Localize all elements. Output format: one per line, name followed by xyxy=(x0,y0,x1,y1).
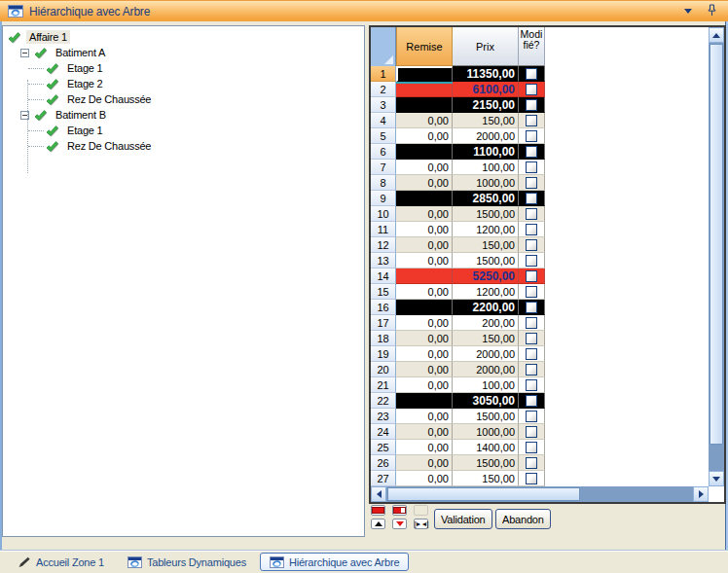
row-header[interactable]: 27 xyxy=(371,471,396,486)
modified-checkbox[interactable] xyxy=(526,99,537,111)
grid-corner-header[interactable] xyxy=(371,27,396,66)
remise-cell[interactable]: 0,00 xyxy=(396,160,453,175)
prix-cell[interactable]: 1500,00 xyxy=(453,455,519,471)
remise-cell[interactable] xyxy=(396,300,453,315)
remise-cell[interactable]: 0,00 xyxy=(396,237,453,253)
modified-checkbox[interactable] xyxy=(526,302,537,313)
tree-node[interactable]: Rez De Chaussée xyxy=(3,91,364,107)
modified-checkbox[interactable] xyxy=(526,317,537,329)
remise-cell[interactable] xyxy=(396,66,453,82)
row-header[interactable]: 22 xyxy=(371,393,396,409)
remise-cell[interactable]: 0,00 xyxy=(396,222,453,237)
tab-hi-rarchique-avec-arbre[interactable]: Hiérarchique avec Arbre xyxy=(260,553,409,571)
prix-cell[interactable]: 200,00 xyxy=(453,315,519,331)
modified-checkbox[interactable] xyxy=(526,426,537,438)
modified-checkbox[interactable] xyxy=(526,348,537,360)
modified-checkbox[interactable] xyxy=(526,395,537,407)
row-header[interactable]: 15 xyxy=(371,284,396,300)
prix-cell[interactable]: 2150,00 xyxy=(453,97,519,113)
row-header[interactable]: 20 xyxy=(371,362,396,377)
tree-node[interactable]: Etage 2 xyxy=(3,76,364,91)
remise-cell[interactable]: 0,00 xyxy=(396,331,453,346)
chevron-down-icon[interactable] xyxy=(684,9,692,14)
prix-cell[interactable]: 1100,00 xyxy=(453,144,519,160)
remise-cell[interactable]: 0,00 xyxy=(396,346,453,362)
prix-cell[interactable]: 100,00 xyxy=(453,377,519,393)
row-header[interactable]: 16 xyxy=(371,300,396,315)
horizontal-scroll-thumb[interactable] xyxy=(387,487,580,501)
row-header[interactable]: 8 xyxy=(371,175,396,191)
row-header[interactable]: 25 xyxy=(371,440,396,455)
tab-accueil-zone-1[interactable]: Accueil Zone 1 xyxy=(8,553,114,571)
remise-cell[interactable] xyxy=(396,82,453,97)
row-header[interactable]: 3 xyxy=(371,97,396,113)
prix-cell[interactable]: 3050,00 xyxy=(453,393,519,409)
tree-node[interactable]: Rez De Chaussée xyxy=(3,138,364,154)
remise-cell[interactable] xyxy=(396,191,453,206)
modified-checkbox[interactable] xyxy=(526,208,537,220)
tree-node-label[interactable]: Etage 2 xyxy=(64,77,106,90)
tree-node-label[interactable]: Rez De Chaussée xyxy=(64,92,154,106)
row-header[interactable]: 11 xyxy=(371,222,396,237)
modified-checkbox[interactable] xyxy=(526,115,537,126)
scroll-left-button[interactable] xyxy=(371,486,386,502)
prix-cell[interactable]: 2000,00 xyxy=(453,362,519,377)
tree-view[interactable]: Affaire 1Batiment AEtage 1Etage 2Rez De … xyxy=(2,25,365,537)
row-header[interactable]: 19 xyxy=(371,346,396,362)
titlebar[interactable]: Hiérarchique avec Arbre xyxy=(0,0,728,21)
vertical-scrollbar[interactable] xyxy=(709,27,724,486)
row-header[interactable]: 21 xyxy=(371,377,396,393)
vertical-scroll-thumb[interactable] xyxy=(710,44,723,445)
row-header[interactable]: 10 xyxy=(371,206,396,222)
row-header[interactable]: 13 xyxy=(371,253,396,269)
remise-cell[interactable]: 0,00 xyxy=(396,455,453,471)
prix-cell[interactable]: 150,00 xyxy=(453,113,519,128)
row-header[interactable]: 24 xyxy=(371,424,396,440)
row-header[interactable]: 18 xyxy=(371,331,396,346)
row-header[interactable]: 4 xyxy=(371,113,396,128)
modified-checkbox[interactable] xyxy=(526,333,537,344)
prix-cell[interactable]: 150,00 xyxy=(453,237,519,253)
tab-tableurs-dynamiques[interactable]: Tableurs Dynamiques xyxy=(118,553,256,571)
tree-node[interactable]: Batiment A xyxy=(3,45,364,60)
pin-icon[interactable] xyxy=(708,3,716,20)
modified-checkbox[interactable] xyxy=(526,224,537,235)
tree-node[interactable]: Affaire 1 xyxy=(3,29,364,45)
remise-cell[interactable]: 0,00 xyxy=(396,377,453,393)
row-header[interactable]: 17 xyxy=(371,315,396,331)
remise-cell[interactable]: 0,00 xyxy=(396,362,453,377)
fit-columns-icon[interactable]: [►◄] xyxy=(414,519,428,529)
move-down-icon[interactable] xyxy=(392,519,407,529)
modified-checkbox[interactable] xyxy=(526,177,537,189)
row-header[interactable]: 5 xyxy=(371,128,396,144)
collapse-minus-icon[interactable] xyxy=(20,49,29,57)
prix-cell[interactable]: 100,00 xyxy=(453,160,519,175)
prix-cell[interactable]: 2850,00 xyxy=(453,191,519,206)
horizontal-scrollbar[interactable] xyxy=(371,486,709,502)
modified-checkbox[interactable] xyxy=(526,68,537,80)
prix-cell[interactable]: 1400,00 xyxy=(453,440,519,455)
prix-cell[interactable]: 1000,00 xyxy=(453,175,519,191)
validation-button[interactable]: Validation xyxy=(434,509,492,529)
remise-cell[interactable]: 0,00 xyxy=(396,315,453,331)
remise-cell[interactable]: 0,00 xyxy=(396,409,453,424)
row-header[interactable]: 14 xyxy=(371,269,396,284)
modified-checkbox[interactable] xyxy=(526,411,537,422)
tree-node[interactable]: Batiment B xyxy=(3,107,364,123)
modified-checkbox[interactable] xyxy=(526,130,537,142)
modified-checkbox[interactable] xyxy=(526,239,537,251)
remise-cell[interactable]: 0,00 xyxy=(396,175,453,191)
prix-cell[interactable]: 1500,00 xyxy=(453,253,519,269)
tree-node[interactable]: Etage 1 xyxy=(3,60,364,76)
prix-cell[interactable]: 2000,00 xyxy=(453,128,519,144)
modified-checkbox[interactable] xyxy=(526,457,537,469)
remise-cell[interactable] xyxy=(396,144,453,160)
tree-node[interactable]: Etage 1 xyxy=(3,123,364,138)
red-bar-icon[interactable] xyxy=(371,505,385,516)
remise-cell[interactable]: 0,00 xyxy=(396,424,453,440)
modified-checkbox[interactable] xyxy=(526,146,537,158)
tree-node-label[interactable]: Batiment B xyxy=(53,108,109,122)
abandon-button[interactable]: Abandon xyxy=(495,509,551,529)
remise-cell[interactable]: 0,00 xyxy=(396,253,453,269)
remise-cell[interactable]: 0,00 xyxy=(396,113,453,128)
